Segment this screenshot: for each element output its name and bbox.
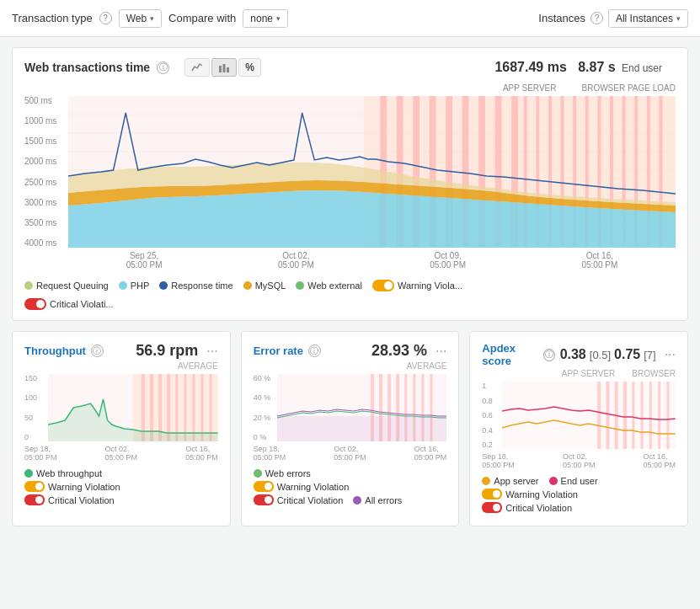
app-server-label: APP SERVER [503, 83, 557, 93]
throughput-critical-legend[interactable]: Critical Violation [24, 494, 218, 505]
svg-rect-61 [649, 382, 652, 449]
error-critical-legend[interactable]: Critical Violation All errors [254, 494, 447, 505]
error-warning-thumb [265, 483, 272, 490]
legend-response-time: Response time [159, 280, 232, 291]
apdex-warning-legend[interactable]: Warning Violation [482, 489, 676, 499]
chart-plot [68, 96, 676, 248]
chart-metrics: 1687.49 ms 8.87 s End user [494, 60, 676, 75]
warning-toggle[interactable] [372, 280, 394, 291]
browser-end-user-label: End user [622, 62, 662, 74]
browser-page-load-label: BROWSER PAGE LOAD [581, 83, 676, 93]
mysql-dot [243, 281, 252, 290]
apdex-sub-labels: APP SERVER BROWSER [482, 369, 676, 378]
chart-legend: Request Queuing PHP Response time MySQL … [24, 280, 676, 291]
error-warning-toggle[interactable] [254, 481, 274, 492]
throughput-x-axis: Sep 18,05:00 PM Oct 02,05:00 PM Oct 16,0… [24, 445, 218, 462]
app-server-value: 1687.49 ms [494, 60, 566, 74]
x-axis: Sep 25,05:00 PM Oct 02,05:00 PM Oct 09,0… [68, 248, 676, 273]
web-errors-legend: Web errors [254, 468, 447, 478]
error-rate-chart: 0 % 20 % 40 % 60 % [254, 374, 447, 441]
apdex-x-axis: Sep 18,05:00 PM Oct 02,05:00 PM Oct 16,0… [482, 452, 676, 469]
compare-with-label: Compare with [168, 12, 236, 24]
apdex-title: Apdex score [482, 342, 538, 367]
svg-rect-0 [219, 66, 222, 72]
apdex-browser-bracket: [7] [644, 349, 655, 361]
legend-critical-violation[interactable]: Critical Violati... [24, 298, 114, 310]
all-instances-chevron-icon: ▾ [676, 14, 681, 23]
throughput-header: Throughput ⓘ 56.9 rpm ··· [24, 342, 218, 360]
throughput-menu-btn[interactable]: ··· [206, 344, 217, 359]
none-chevron-icon: ▾ [276, 14, 281, 23]
svg-rect-55 [597, 382, 601, 449]
chart-info-icon[interactable]: ⓘ [157, 61, 169, 74]
svg-rect-41 [192, 374, 195, 441]
line-chart-btn[interactable] [184, 58, 210, 77]
apdex-critical-toggle[interactable] [482, 502, 502, 513]
svg-rect-39 [175, 374, 178, 441]
svg-rect-62 [658, 382, 660, 449]
legend-web-external: Web external [296, 280, 362, 291]
apdex-critical-legend[interactable]: Critical Violation [482, 502, 676, 513]
transaction-type-label: Transaction type [12, 12, 93, 24]
error-rate-menu-btn[interactable]: ··· [435, 344, 446, 359]
percent-btn[interactable]: % [238, 58, 261, 77]
all-instances-dropdown[interactable]: All Instances ▾ [608, 9, 688, 28]
web-chevron-icon: ▾ [150, 14, 154, 23]
web-errors-dot [254, 469, 262, 478]
apdex-app-value: 0.38 [560, 347, 586, 362]
svg-rect-42 [201, 374, 204, 441]
apdex-values: 0.38 [0.5] 0.75 [7] [560, 347, 656, 362]
error-warning-legend[interactable]: Warning Violation [254, 481, 447, 492]
chart-controls: % [184, 58, 261, 77]
throughput-warning-thumb [35, 483, 43, 490]
chart-legend-row2: Critical Violati... [24, 298, 676, 310]
compare-none-dropdown[interactable]: none ▾ [243, 9, 288, 28]
error-rate-avg-label: AVERAGE [254, 361, 447, 371]
apdex-info-icon[interactable]: ⓘ [543, 349, 554, 361]
request-queuing-dot [24, 281, 33, 290]
svg-rect-43 [210, 374, 212, 441]
svg-rect-60 [641, 382, 644, 449]
svg-rect-40 [184, 374, 186, 441]
svg-rect-63 [667, 382, 670, 449]
error-rate-title: Error rate [254, 345, 303, 357]
chart-title: Web transactions time [24, 61, 150, 74]
error-rate-value: 28.93 % [371, 342, 427, 360]
throughput-warning-toggle[interactable] [24, 481, 45, 492]
bottom-cards: Throughput ⓘ 56.9 rpm ··· AVERAGE 0 50 1… [12, 331, 688, 526]
error-rate-info-icon[interactable]: ⓘ [308, 345, 321, 357]
apdex-warning-toggle[interactable] [482, 489, 502, 499]
critical-toggle[interactable] [24, 298, 46, 310]
metric-sub-labels: APP SERVER BROWSER PAGE LOAD [24, 83, 676, 93]
web-throughput-dot [24, 469, 33, 478]
apdex-legend: App server End user Warning Violation [482, 476, 676, 513]
apdex-menu-btn[interactable]: ··· [665, 347, 676, 362]
transaction-type-info-icon: ? [99, 12, 112, 24]
error-critical-thumb [265, 496, 272, 504]
web-external-dot [296, 281, 304, 290]
all-errors-dot [353, 496, 361, 505]
error-rate-card: Error rate ⓘ 28.93 % ··· AVERAGE 0 % 20 … [241, 331, 460, 526]
throughput-critical-toggle[interactable] [24, 494, 45, 505]
bar-chart-btn[interactable] [211, 58, 237, 77]
throughput-legend: Web throughput Warning Violation Critica… [24, 468, 218, 505]
error-critical-toggle[interactable] [254, 494, 274, 505]
legend-warning-violation[interactable]: Warning Viola... [372, 280, 462, 291]
throughput-card: Throughput ⓘ 56.9 rpm ··· AVERAGE 0 50 1… [12, 331, 231, 526]
svg-rect-38 [167, 374, 170, 441]
critical-toggle-thumb [36, 300, 45, 308]
throughput-critical-thumb [35, 496, 43, 504]
apdex-end-user-legend: End user [549, 476, 598, 486]
legend-php: PHP [119, 280, 150, 291]
svg-rect-59 [633, 382, 635, 449]
chart-header: Web transactions time ⓘ % 1687.49 ms 8.8… [24, 58, 676, 77]
throughput-warning-legend[interactable]: Warning Violation [24, 481, 218, 492]
web-dropdown[interactable]: Web ▾ [119, 9, 162, 28]
web-transactions-card: Web transactions time ⓘ % 1687.49 ms 8.8… [12, 47, 688, 321]
throughput-chart: 0 50 100 150 [24, 374, 218, 441]
error-rate-x-axis: Sep 18,05:00 PM Oct 02,05:00 PM Oct 16,0… [254, 445, 447, 462]
warning-toggle-thumb [384, 281, 393, 290]
throughput-info-icon[interactable]: ⓘ [91, 345, 104, 357]
apdex-critical-thumb [493, 504, 500, 511]
apdex-browser-label: BROWSER [632, 369, 676, 378]
